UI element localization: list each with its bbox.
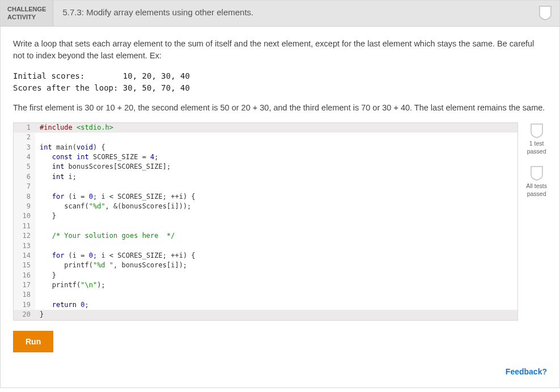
code-line[interactable]: 19 return 0; bbox=[14, 300, 517, 310]
line-number: 7 bbox=[14, 182, 35, 191]
code-line[interactable]: 6 int i; bbox=[14, 172, 517, 182]
code-text[interactable]: int bonusScores[SCORES_SIZE]; bbox=[35, 162, 517, 172]
label-line-2: ACTIVITY bbox=[7, 13, 46, 21]
code-line[interactable]: 11 bbox=[14, 221, 517, 231]
shield-icon bbox=[531, 123, 543, 138]
test-status-sidebar: 1 test passed All tests passed bbox=[526, 122, 547, 198]
code-line[interactable]: 10 } bbox=[14, 211, 517, 221]
code-text[interactable] bbox=[35, 221, 517, 231]
challenge-container: CHALLENGE ACTIVITY 5.7.3: Modify array e… bbox=[0, 0, 560, 388]
code-text[interactable]: for (i = 0; i < SCORES_SIZE; ++i) { bbox=[35, 192, 517, 202]
line-number: 12 bbox=[14, 231, 35, 241]
code-text[interactable]: /* Your solution goes here */ bbox=[35, 231, 517, 241]
prompt-para-1: Write a loop that sets each array elemen… bbox=[13, 38, 547, 63]
code-text[interactable]: const int SCORES_SIZE = 4; bbox=[35, 152, 517, 162]
code-line[interactable]: 15 printf("%d ", bonusScores[i]); bbox=[14, 261, 517, 270]
code-line[interactable]: 3int main(void) { bbox=[14, 143, 517, 152]
line-number: 3 bbox=[14, 143, 35, 152]
badge-text: passed bbox=[526, 190, 547, 198]
line-number: 15 bbox=[14, 261, 35, 270]
code-line[interactable]: 16 } bbox=[14, 271, 517, 280]
code-text[interactable]: int i; bbox=[35, 172, 517, 182]
code-line[interactable]: 17 printf("\n"); bbox=[14, 280, 517, 290]
line-number: 20 bbox=[14, 310, 35, 319]
feedback-link[interactable]: Feedback? bbox=[506, 367, 547, 376]
badge-text: All tests bbox=[526, 182, 547, 190]
line-number: 9 bbox=[14, 202, 35, 211]
shield-icon bbox=[531, 166, 543, 181]
code-line[interactable]: 2 bbox=[14, 133, 517, 142]
code-text[interactable] bbox=[35, 182, 517, 191]
code-line[interactable]: 9 scanf("%d", &(bonusScores[i])); bbox=[14, 202, 517, 211]
prompt-para-2: The first element is 30 or 10 + 20, the … bbox=[13, 102, 547, 114]
feedback-area: Feedback? bbox=[13, 367, 547, 376]
code-text[interactable]: } bbox=[35, 271, 517, 280]
line-number: 4 bbox=[14, 152, 35, 162]
test-badge-all: All tests passed bbox=[526, 166, 547, 198]
line-number: 14 bbox=[14, 251, 35, 261]
run-button[interactable]: Run bbox=[13, 331, 53, 352]
code-editor[interactable]: 1#include <stdio.h>23int main(void) {4 c… bbox=[13, 122, 518, 321]
code-line[interactable]: 12 /* Your solution goes here */ bbox=[14, 231, 517, 241]
badge-text: passed bbox=[527, 148, 546, 156]
activity-title: 5.7.3: Modify array elements using other… bbox=[53, 1, 531, 26]
code-line[interactable]: 14 for (i = 0; i < SCORES_SIZE; ++i) { bbox=[14, 251, 517, 261]
code-line[interactable]: 7 bbox=[14, 182, 517, 191]
shield-icon bbox=[539, 6, 551, 20]
code-text[interactable]: } bbox=[35, 310, 517, 319]
code-text[interactable]: printf("\n"); bbox=[35, 280, 517, 290]
line-number: 6 bbox=[14, 172, 35, 182]
label-line-1: CHALLENGE bbox=[7, 5, 46, 13]
code-line[interactable]: 18 bbox=[14, 290, 517, 300]
code-line[interactable]: 13 bbox=[14, 241, 517, 251]
example-block: Initial scores: 10, 20, 30, 40 Scores af… bbox=[13, 70, 547, 94]
code-text[interactable]: for (i = 0; i < SCORES_SIZE; ++i) { bbox=[35, 251, 517, 261]
line-number: 19 bbox=[14, 300, 35, 310]
code-line[interactable]: 8 for (i = 0; i < SCORES_SIZE; ++i) { bbox=[14, 192, 517, 202]
line-number: 17 bbox=[14, 280, 35, 290]
code-text[interactable]: return 0; bbox=[35, 300, 517, 310]
line-number: 8 bbox=[14, 192, 35, 202]
code-line[interactable]: 20} bbox=[14, 310, 517, 319]
code-text[interactable]: int main(void) { bbox=[35, 143, 517, 152]
header: CHALLENGE ACTIVITY 5.7.3: Modify array e… bbox=[1, 1, 559, 27]
code-text[interactable] bbox=[35, 133, 517, 142]
code-line[interactable]: 5 int bonusScores[SCORES_SIZE]; bbox=[14, 162, 517, 172]
line-number: 16 bbox=[14, 271, 35, 280]
code-text[interactable]: printf("%d ", bonusScores[i]); bbox=[35, 261, 517, 270]
code-area: 1#include <stdio.h>23int main(void) {4 c… bbox=[13, 122, 547, 321]
code-text[interactable] bbox=[35, 241, 517, 251]
line-number: 11 bbox=[14, 221, 35, 231]
line-number: 5 bbox=[14, 162, 35, 172]
line-number: 13 bbox=[14, 241, 35, 251]
code-text[interactable]: } bbox=[35, 211, 517, 221]
line-number: 1 bbox=[14, 123, 35, 133]
code-line[interactable]: 4 const int SCORES_SIZE = 4; bbox=[14, 152, 517, 162]
code-line[interactable]: 1#include <stdio.h> bbox=[14, 123, 517, 133]
test-badge-one: 1 test passed bbox=[527, 123, 546, 156]
activity-type-label: CHALLENGE ACTIVITY bbox=[1, 1, 53, 26]
code-text[interactable]: scanf("%d", &(bonusScores[i])); bbox=[35, 202, 517, 211]
code-text[interactable]: #include <stdio.h> bbox=[35, 123, 517, 133]
line-number: 2 bbox=[14, 133, 35, 142]
line-number: 10 bbox=[14, 211, 35, 221]
code-text[interactable] bbox=[35, 290, 517, 300]
line-number: 18 bbox=[14, 290, 35, 300]
header-badge bbox=[531, 1, 559, 26]
content: Write a loop that sets each array elemen… bbox=[1, 27, 559, 387]
badge-text: 1 test bbox=[527, 140, 546, 148]
